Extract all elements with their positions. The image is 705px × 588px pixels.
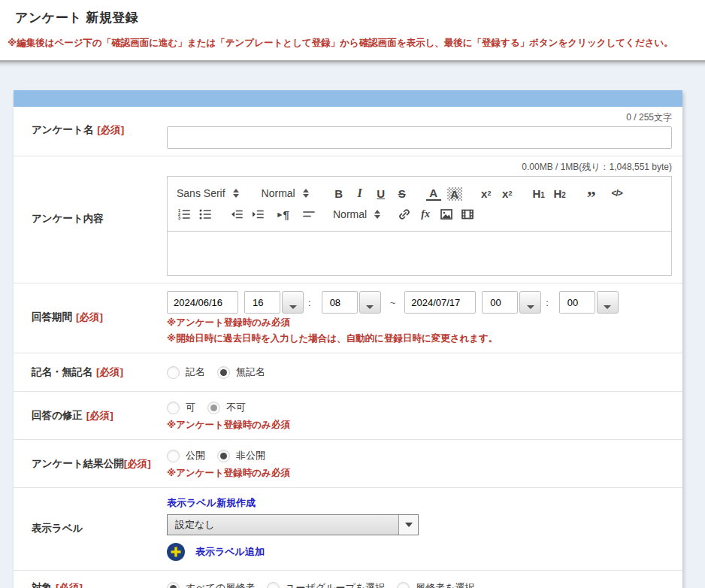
caret-down-icon bbox=[289, 305, 297, 309]
radio-icon bbox=[167, 450, 180, 462]
required-badge: [必須] bbox=[76, 311, 103, 324]
align-button[interactable] bbox=[301, 206, 316, 223]
survey-content-label-text: アンケート内容 bbox=[32, 212, 104, 226]
add-display-label-link[interactable]: 表示ラベル追加 bbox=[195, 545, 265, 559]
editor-toolbar: Sans Serif Normal B I U S bbox=[168, 177, 671, 232]
survey-form-panel: アンケート名 [必須] 0 / 255文字 アンケート内容 0.00MB / 1… bbox=[14, 90, 682, 588]
caret-down-icon bbox=[405, 523, 413, 527]
caret-down-icon bbox=[604, 305, 611, 309]
ordered-list-button[interactable]: 123 bbox=[177, 206, 192, 223]
survey-name-input[interactable] bbox=[167, 126, 672, 149]
radio-private[interactable]: 非公開 bbox=[217, 449, 265, 462]
radio-named[interactable]: 記名 bbox=[167, 365, 205, 379]
end-minute-dropdown-button[interactable] bbox=[597, 291, 619, 314]
start-minute-input[interactable] bbox=[322, 291, 358, 314]
required-badge: [必須] bbox=[86, 409, 113, 423]
bullet-list-button[interactable] bbox=[198, 206, 213, 223]
radio-user-group[interactable]: ユーザグループを選択 bbox=[267, 581, 385, 588]
result-publication-label: アンケート結果公開 [必須] bbox=[32, 447, 167, 480]
start-hour-input[interactable] bbox=[244, 291, 280, 314]
blockquote-button[interactable]: ” bbox=[584, 185, 599, 202]
answer-modification-label: 回答の修正 [必須] bbox=[32, 399, 167, 432]
header1-button[interactable]: H1 bbox=[531, 185, 546, 202]
radio-public[interactable]: 公開 bbox=[167, 449, 205, 462]
add-display-label-button[interactable] bbox=[167, 543, 185, 561]
bold-button[interactable]: B bbox=[331, 185, 346, 202]
radio-selected-icon bbox=[217, 450, 230, 462]
publication-note: ※アンケート登録時のみ必須 bbox=[167, 467, 672, 480]
anonymity-label-text: 記名・無記名 bbox=[32, 365, 92, 379]
period-separator: ~ bbox=[390, 297, 396, 308]
radio-modification-not-allowed[interactable]: 不可 bbox=[207, 401, 246, 414]
underline-button[interactable]: U bbox=[374, 185, 389, 202]
radio-selected-icon bbox=[167, 582, 180, 588]
end-minute-combo bbox=[559, 291, 619, 314]
content-editor-area[interactable] bbox=[168, 232, 671, 275]
radio-all-students[interactable]: すべての履修者 bbox=[167, 581, 255, 588]
display-label-label-text: 表示ラベル bbox=[32, 522, 83, 535]
formula-button[interactable]: fx bbox=[418, 206, 433, 223]
create-display-label-link[interactable]: 表示ラベル新規作成 bbox=[167, 497, 256, 508]
background-color-button[interactable]: A bbox=[447, 187, 462, 201]
start-hour-dropdown-button[interactable] bbox=[282, 291, 304, 314]
start-minute-combo bbox=[322, 291, 381, 314]
size-picker[interactable]: Normal bbox=[333, 208, 380, 220]
char-counter: 0 / 255文字 bbox=[167, 111, 672, 124]
code-block-button[interactable]: </> bbox=[610, 185, 625, 202]
radio-icon bbox=[267, 582, 280, 588]
subscript-button[interactable]: x2 bbox=[479, 185, 494, 202]
end-minute-input[interactable] bbox=[559, 291, 595, 314]
end-hour-input[interactable] bbox=[482, 291, 518, 314]
end-hour-combo bbox=[482, 291, 541, 314]
rich-text-editor: Sans Serif Normal B I U S bbox=[167, 176, 672, 276]
strikethrough-button[interactable]: S bbox=[395, 185, 410, 202]
size-counter: 0.00MB / 1MB(残り：1,048,551 byte) bbox=[167, 161, 672, 174]
display-label-select[interactable]: 設定なし bbox=[167, 514, 419, 535]
radio-select-students[interactable]: 履修者を選択 bbox=[397, 581, 474, 588]
modification-note: ※アンケート登録時のみ必須 bbox=[167, 419, 672, 432]
italic-button[interactable]: I bbox=[352, 185, 368, 202]
text-direction-button[interactable]: ▶¶ bbox=[276, 206, 291, 223]
indent-button[interactable] bbox=[250, 206, 265, 223]
page-header: アンケート 新規登録 ※編集後はページ下の「確認画面に進む」または「テンプレート… bbox=[0, 0, 705, 60]
target-label-text: 対象 bbox=[32, 581, 52, 588]
radio-selected-icon bbox=[207, 402, 220, 414]
link-button[interactable] bbox=[397, 206, 412, 223]
text-color-button[interactable]: A bbox=[426, 187, 441, 201]
period-note-2: ※開始日時に過去日時を入力した場合は、自動的に登録日時に変更されます。 bbox=[167, 332, 672, 345]
form-row-answer-period: 回答期間 [必須] : bbox=[14, 283, 682, 353]
radio-icon bbox=[167, 366, 180, 379]
header2-button[interactable]: H2 bbox=[552, 185, 567, 202]
form-row-result-publication: アンケート結果公開 [必須] 公開 非公開 ※アンケート登録 bbox=[14, 440, 682, 488]
superscript-button[interactable]: x2 bbox=[500, 185, 515, 202]
survey-content-label: アンケート内容 bbox=[32, 161, 167, 276]
form-row-anonymity: 記名・無記名 [必須] 記名 無記名 bbox=[14, 353, 682, 392]
required-badge: [必須] bbox=[96, 365, 123, 379]
instruction-note: ※編集後はページ下の「確認画面に進む」または「テンプレートとして登録」から確認画… bbox=[8, 37, 690, 50]
form-row-survey-content: アンケート内容 0.00MB / 1MB(残り：1,048,551 byte) … bbox=[14, 156, 682, 283]
radio-selected-icon bbox=[217, 366, 230, 379]
form-row-answer-modification: 回答の修正 [必須] 可 不可 ※アンケート登録時のみ必須 bbox=[14, 392, 682, 440]
start-date-input[interactable] bbox=[167, 291, 238, 314]
time-colon: : bbox=[546, 297, 549, 308]
main-content: アンケート名 [必須] 0 / 255文字 アンケート内容 0.00MB / 1… bbox=[0, 67, 705, 588]
picker-arrows-icon bbox=[233, 189, 239, 198]
survey-name-label: アンケート名 [必須] bbox=[32, 111, 167, 149]
font-picker[interactable]: Sans Serif bbox=[177, 187, 239, 199]
end-hour-dropdown-button[interactable] bbox=[519, 291, 541, 314]
select-arrow-button[interactable] bbox=[398, 515, 418, 535]
image-button[interactable] bbox=[439, 206, 454, 223]
radio-modification-allowed[interactable]: 可 bbox=[167, 401, 195, 414]
radio-anonymous[interactable]: 無記名 bbox=[217, 365, 265, 379]
anonymity-label: 記名・無記名 [必須] bbox=[32, 364, 167, 380]
end-date-input[interactable] bbox=[404, 291, 476, 314]
required-badge: [必須] bbox=[56, 581, 83, 588]
heading-picker-value: Normal bbox=[262, 187, 295, 199]
heading-picker[interactable]: Normal bbox=[262, 187, 309, 199]
required-badge: [必須] bbox=[97, 123, 124, 137]
required-badge: [必須] bbox=[124, 457, 151, 471]
video-button[interactable] bbox=[460, 206, 475, 223]
outdent-button[interactable] bbox=[229, 206, 244, 223]
period-note-1: ※アンケート登録時のみ必須 bbox=[167, 317, 672, 329]
start-minute-dropdown-button[interactable] bbox=[359, 291, 381, 314]
